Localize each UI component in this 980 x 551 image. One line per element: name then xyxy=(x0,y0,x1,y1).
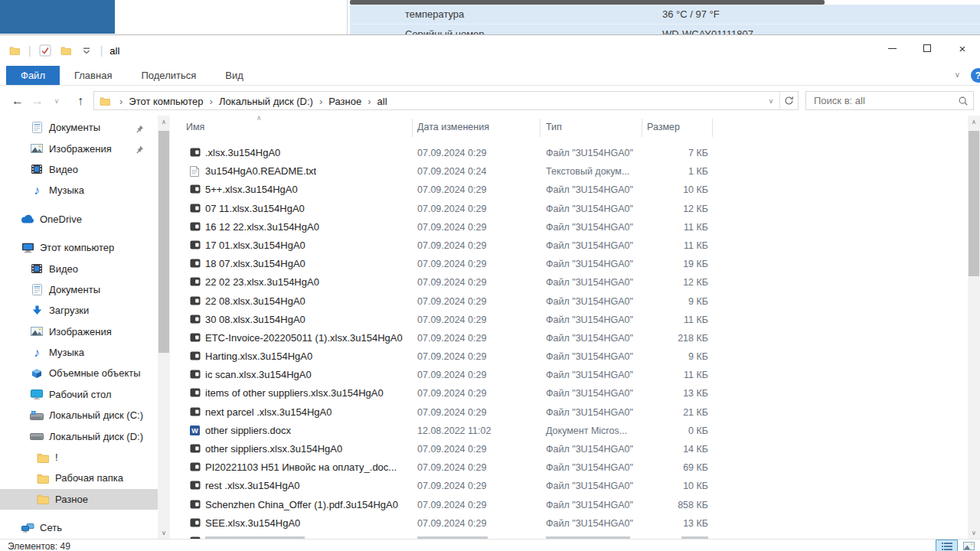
properties-check-icon[interactable] xyxy=(38,44,52,57)
ribbon-collapse-icon[interactable]: ∨ xyxy=(955,70,960,79)
file-row[interactable]: .xlsx.3u154HgA007.09.2024 0:29Файл "3U15… xyxy=(176,144,968,162)
sidebar-item[interactable]: OneDrive xyxy=(0,209,158,230)
help-icon[interactable]: ? xyxy=(971,68,980,83)
column-header-type[interactable]: Тип xyxy=(546,122,562,132)
minimize-button[interactable] xyxy=(874,35,910,61)
file-row[interactable]: 16 12 22.xlsx.3u154HgA007.09.2024 0:29Фа… xyxy=(176,218,968,236)
sidebar-item[interactable]: Видео xyxy=(0,258,158,279)
breadcrumb-segment[interactable]: Разное xyxy=(327,96,363,107)
column-divider[interactable] xyxy=(642,119,642,137)
encrypted-file-icon xyxy=(190,296,201,305)
sidebar-item[interactable]: Локальный диск (C:) xyxy=(0,405,158,425)
sidebar-item[interactable]: ♪Музыка xyxy=(0,180,158,201)
column-header-name[interactable]: Имя xyxy=(186,122,204,132)
file-row[interactable]: 3u154HgA0.README.txt07.09.2024 0:24Текст… xyxy=(176,162,968,181)
sidebar-item[interactable]: Объемные объекты xyxy=(0,363,158,383)
close-button[interactable]: × xyxy=(945,35,980,61)
file-date: 07.09.2024 0:29 xyxy=(417,444,486,455)
ribbon-tab-file[interactable]: Файл xyxy=(6,66,60,85)
file-row[interactable]: 07 11.xlsx.3u154HgA007.09.2024 0:29Файл … xyxy=(176,200,968,218)
screen: температура36 °C / 97 °FСерийный номерWD… xyxy=(0,0,980,551)
music-icon: ♪ xyxy=(29,184,44,197)
recent-locations-icon[interactable]: ∨ xyxy=(51,86,63,116)
search-icon[interactable] xyxy=(958,96,969,109)
sidebar-item[interactable]: Изображения xyxy=(0,138,158,158)
scroll-up-icon[interactable]: ∧ xyxy=(968,116,980,128)
ribbon-tab-home[interactable]: Главная xyxy=(60,66,126,85)
scroll-up-icon[interactable]: ∧ xyxy=(158,116,170,128)
folder-icon[interactable] xyxy=(8,44,21,57)
maximize-button[interactable] xyxy=(910,35,945,61)
file-row[interactable]: next parcel .xlsx.3u154HgA007.09.2024 0:… xyxy=(176,403,968,422)
scrollbar-thumb[interactable] xyxy=(969,131,979,276)
file-row[interactable]: 17 01.xlsx.3u154HgA007.09.2024 0:29Файл … xyxy=(176,236,968,255)
column-divider[interactable] xyxy=(540,119,541,137)
file-row[interactable]: 22 08.xlsx.3u154HgA007.09.2024 0:29Файл … xyxy=(176,292,968,311)
scroll-down-icon[interactable]: ∨ xyxy=(968,527,980,539)
file-row[interactable]: other sippliers.xlsx.3u154HgA007.09.2024… xyxy=(176,440,968,458)
sidebar-item[interactable]: Документы xyxy=(0,117,158,138)
file-row[interactable]: rest .xlsx.3u154HgA007.09.2024 0:29Файл … xyxy=(176,477,968,495)
new-folder-icon[interactable] xyxy=(59,44,73,57)
file-size: 12 КБ xyxy=(630,277,708,288)
file-row[interactable]: ETC-Invoice-202205011 (1).xlsx.3u154HgA0… xyxy=(176,329,968,347)
sidebar-item[interactable]: Загрузки xyxy=(0,300,158,321)
sidebar-item[interactable]: Документы xyxy=(0,279,158,300)
file-row[interactable]: Harting.xlsx.3u154HgA007.09.2024 0:29Фай… xyxy=(176,347,968,366)
file-name: Schenzhen China_Offer (1).pdf.3u154HgA0 xyxy=(205,499,398,510)
file-row[interactable]: 30 08.xlsx.3u154HgA007.09.2024 0:29Файл … xyxy=(176,311,968,329)
address-box[interactable]: ›Этот компьютер›Локальный диск (D:)›Разн… xyxy=(93,91,799,110)
sidebar-item[interactable]: Рабочая папка xyxy=(0,468,158,488)
divider xyxy=(347,0,348,34)
breadcrumb-segment[interactable]: Локальный диск (D:) xyxy=(217,96,315,107)
thumbnails-view-button[interactable] xyxy=(958,540,980,551)
refresh-icon[interactable] xyxy=(779,92,798,109)
sidebar-item[interactable]: Разное xyxy=(0,489,158,510)
back-button[interactable]: ← xyxy=(9,86,26,116)
address-controls: ∨ xyxy=(763,92,798,109)
sidebar-item[interactable]: Локальный диск (D:) xyxy=(0,425,158,446)
file-row[interactable]: PI20221103 H51 Инвойс на оплату_.doc...0… xyxy=(176,458,968,477)
file-row[interactable]: 18 07.xlsx.3u154HgA007.09.2024 0:29Файл … xyxy=(176,255,968,273)
file-row[interactable]: ic scan.xlsx.3u154HgA007.09.2024 0:29Фай… xyxy=(176,366,968,384)
sidebar-item[interactable]: ♪Музыка xyxy=(0,342,158,363)
sidebar-item[interactable]: ! xyxy=(0,447,158,468)
file-type: Файл "3U154HGA0" xyxy=(546,148,633,158)
file-size: 11 КБ xyxy=(630,222,708,233)
file-row[interactable]: SEE.xlsx.3u154HgA007.09.2024 0:29Файл "3… xyxy=(176,514,968,533)
file-list-scrollbar[interactable]: ∧ ∨ xyxy=(968,116,980,539)
sidebar-item[interactable]: Сеть xyxy=(0,517,158,538)
file-row[interactable]: Schenzhen China_Offer (1).pdf.3u154HgA00… xyxy=(176,496,968,514)
breadcrumb-segment[interactable]: Этот компьютер xyxy=(127,96,204,107)
scroll-down-icon[interactable]: ∨ xyxy=(158,527,170,539)
info-row: температура36 °C / 97 °F xyxy=(350,5,980,24)
file-type: Файл "3U154HGA0" xyxy=(546,277,633,288)
column-header-date[interactable]: Дата изменения xyxy=(417,122,489,132)
ribbon-tab-view[interactable]: Вид xyxy=(211,66,258,85)
up-button[interactable]: ↑ xyxy=(72,86,89,116)
sidebar-item[interactable]: Видео xyxy=(0,159,158,180)
sidebar-scrollbar[interactable]: ∧ ∨ xyxy=(158,116,170,539)
sidebar-item[interactable]: Этот компьютер xyxy=(0,237,158,258)
file-type: Файл "3U154HGA0" xyxy=(546,240,633,251)
file-row[interactable]: 5++.xlsx.3u154HgA007.09.2024 0:29Файл "3… xyxy=(176,181,968,199)
scrollbar-thumb[interactable] xyxy=(158,131,169,353)
sidebar-item[interactable]: Рабочий стол xyxy=(0,384,158,405)
column-divider[interactable] xyxy=(412,119,413,137)
file-row[interactable]: 22 02 23.xlsx.3u154HgA007.09.2024 0:29Фа… xyxy=(176,273,968,292)
file-row[interactable]: items of other suppliers.xlsx.3u154HgA00… xyxy=(176,384,968,403)
sidebar-item[interactable]: Изображения xyxy=(0,321,158,342)
address-dropdown-icon[interactable]: ∨ xyxy=(763,92,779,109)
search-input[interactable] xyxy=(812,93,950,109)
breadcrumb-separator: › xyxy=(363,96,375,107)
column-divider[interactable] xyxy=(712,119,713,137)
computer-icon xyxy=(20,243,35,253)
column-header-size[interactable]: Размер xyxy=(647,122,680,132)
ribbon-tab-share[interactable]: Поделиться xyxy=(126,66,211,85)
maximize-icon xyxy=(923,44,931,52)
details-view-button[interactable] xyxy=(936,540,958,551)
customize-toolbar-icon[interactable] xyxy=(80,44,93,57)
breadcrumb-segment[interactable]: all xyxy=(376,96,389,107)
file-row[interactable]: Wother sippliers.docx12.08.2022 11:02Док… xyxy=(176,422,968,440)
sidebar-item-label: Изображения xyxy=(49,326,112,337)
